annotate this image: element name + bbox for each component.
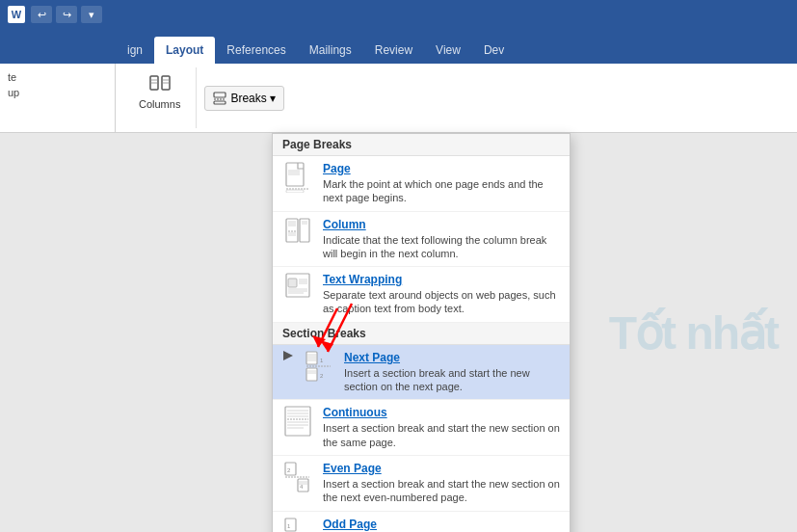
tab-design[interactable]: ign (116, 37, 154, 64)
break-oddpage-item[interactable]: 1 Odd Page (273, 512, 570, 532)
breaks-dropdown-menu: Page Breaks Page Mark the point at which… (272, 133, 571, 532)
break-evenpage-text: Even Page Insert a section break and sta… (323, 462, 560, 505)
word-icon: W (8, 6, 25, 23)
svg-rect-15 (286, 219, 298, 242)
break-textwrap-icon (282, 273, 313, 304)
break-textwrap-text: Text Wrapping Separate text around objec… (323, 273, 560, 316)
tab-developer[interactable]: Dev (472, 37, 516, 64)
break-continuous-item[interactable]: Continuous Insert a section break and st… (273, 400, 570, 456)
break-column-text: Column Indicate that the text following … (323, 218, 560, 261)
break-column-title: Column (323, 218, 560, 231)
partial-group-label: up (8, 87, 19, 98)
redo-button[interactable]: ↪ (56, 6, 77, 23)
section-breaks-header: Section Breaks (273, 323, 570, 345)
ribbon-tab-bar: ign Layout References Mailings Review Vi… (0, 29, 797, 64)
break-nextpage-item[interactable]: 1 2 Next Page Insert a section break and… (273, 345, 570, 401)
svg-text:1: 1 (320, 358, 324, 363)
break-textwrap-desc: Separate text around objects on web page… (323, 288, 560, 316)
svg-rect-6 (214, 93, 226, 97)
break-page-title: Page (323, 162, 560, 175)
tab-layout[interactable]: Layout (154, 37, 215, 64)
break-evenpage-icon: 2 4 (282, 462, 313, 492)
svg-rect-11 (286, 190, 304, 193)
svg-rect-22 (300, 219, 309, 242)
break-continuous-icon (282, 406, 313, 437)
title-bar: W ↩ ↪ ▾ (0, 0, 797, 29)
ribbon: te up Columns (0, 64, 797, 133)
svg-rect-26 (288, 279, 297, 287)
break-nextpage-title: Next Page (344, 351, 560, 364)
breaks-icon (213, 92, 226, 105)
ribbon-partial-left: te up (0, 64, 116, 132)
selected-arrow-icon (282, 351, 294, 360)
breaks-button[interactable]: Breaks ▾ (204, 86, 284, 111)
partial-text-label: te (8, 71, 19, 83)
break-nextpage-icon: 1 2 (304, 351, 334, 382)
svg-text:2: 2 (320, 373, 324, 379)
break-page-item[interactable]: Page Mark the point at which one page en… (273, 156, 570, 212)
break-continuous-desc: Insert a section break and start the new… (323, 421, 560, 449)
break-oddpage-text: Odd Page (323, 518, 560, 532)
break-page-icon (282, 162, 313, 193)
ribbon-group-breaks: Breaks ▾ (197, 67, 292, 128)
break-column-icon (282, 218, 313, 249)
customize-qa-button[interactable]: ▾ (81, 6, 102, 23)
break-oddpage-title: Odd Page (323, 518, 560, 531)
quick-access-toolbar: ↩ ↪ ▾ (31, 6, 102, 23)
break-textwrap-title: Text Wrapping (323, 273, 560, 286)
break-column-item[interactable]: Column Indicate that the text following … (273, 212, 570, 268)
tab-view[interactable]: View (424, 37, 472, 64)
break-evenpage-item[interactable]: 2 4 Even Page Insert a section break and… (273, 456, 570, 512)
tab-references[interactable]: References (215, 37, 297, 64)
ribbon-group-columns: Columns (123, 67, 197, 128)
break-continuous-text: Continuous Insert a section break and st… (323, 406, 560, 449)
break-page-desc: Mark the point at which one page ends an… (323, 177, 560, 205)
svg-rect-40 (306, 368, 317, 381)
columns-label: Columns (139, 98, 180, 110)
break-nextpage-desc: Insert a section break and start the new… (344, 366, 560, 394)
tab-mailings[interactable]: Mailings (298, 37, 363, 64)
svg-rect-34 (306, 352, 317, 364)
svg-marker-33 (283, 351, 293, 360)
break-page-text: Page Mark the point at which one page en… (323, 162, 560, 205)
undo-button[interactable]: ↩ (31, 6, 52, 23)
break-evenpage-title: Even Page (323, 462, 560, 475)
svg-rect-45 (285, 407, 310, 436)
doc-watermark: Tốt nhất (609, 306, 778, 359)
break-nextpage-text: Next Page Insert a section break and sta… (344, 351, 560, 394)
columns-icon (148, 73, 172, 96)
columns-button[interactable]: Columns (133, 71, 186, 112)
break-textwrap-item[interactable]: Text Wrapping Separate text around objec… (273, 267, 570, 323)
breaks-label: Breaks ▾ (230, 92, 276, 105)
page-breaks-header: Page Breaks (273, 134, 570, 156)
svg-rect-8 (214, 101, 226, 104)
break-column-desc: Indicate that the text following the col… (323, 233, 560, 261)
break-evenpage-desc: Insert a section break and start the new… (323, 477, 560, 505)
break-oddpage-icon: 1 (282, 518, 313, 532)
break-continuous-title: Continuous (323, 406, 560, 419)
tab-review[interactable]: Review (363, 37, 424, 64)
